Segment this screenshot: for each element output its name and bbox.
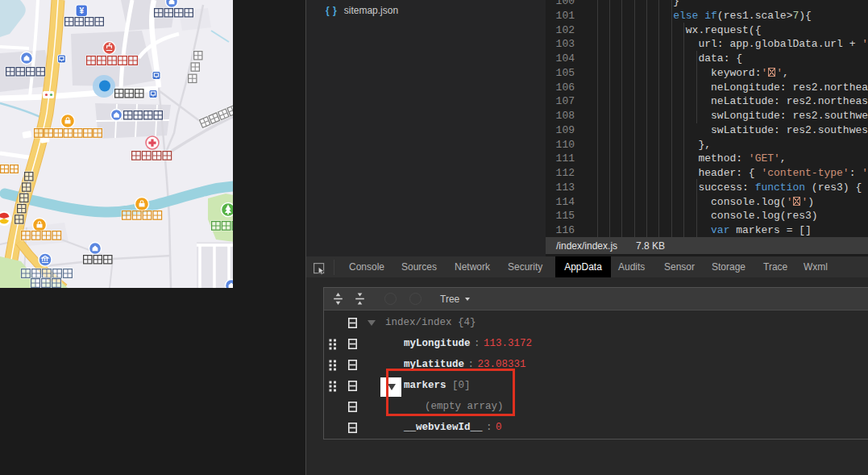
svg-text:¥: ¥	[80, 6, 85, 15]
